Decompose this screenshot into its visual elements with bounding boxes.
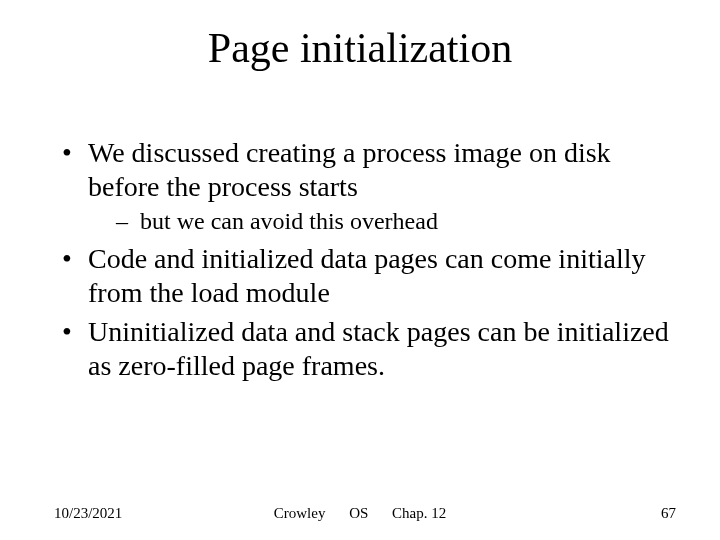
- footer-course: OS: [349, 505, 368, 522]
- footer-page-number: 67: [661, 505, 676, 522]
- sub-bullet-list: but we can avoid this overhead: [88, 207, 680, 236]
- bullet-text: Uninitialized data and stack pages can b…: [88, 316, 669, 381]
- bullet-text: Code and initialized data pages can come…: [88, 243, 645, 308]
- slide-title: Page initialization: [0, 24, 720, 72]
- footer-center: Crowley OS Chap. 12: [0, 505, 720, 522]
- slide: Page initialization We discussed creatin…: [0, 0, 720, 540]
- footer-author: Crowley: [274, 505, 326, 522]
- bullet-list: We discussed creating a process image on…: [58, 136, 680, 382]
- sub-bullet-text: but we can avoid this overhead: [140, 208, 438, 234]
- bullet-item: Uninitialized data and stack pages can b…: [58, 315, 680, 382]
- sub-bullet-item: but we can avoid this overhead: [88, 207, 680, 236]
- footer-chapter: Chap. 12: [392, 505, 446, 522]
- bullet-item: We discussed creating a process image on…: [58, 136, 680, 236]
- slide-body: We discussed creating a process image on…: [58, 136, 680, 388]
- bullet-item: Code and initialized data pages can come…: [58, 242, 680, 309]
- bullet-text: We discussed creating a process image on…: [88, 137, 611, 202]
